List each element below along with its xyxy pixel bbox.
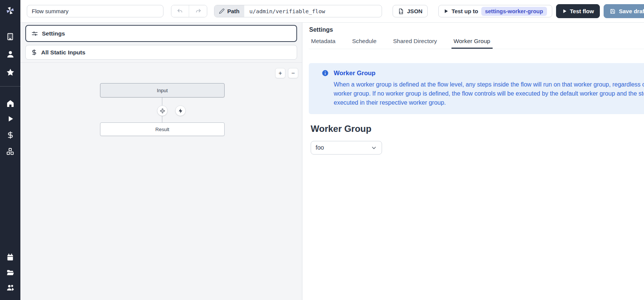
settings-panel-title: Settings: [309, 26, 644, 33]
test-flow-label: Test flow: [570, 8, 594, 14]
calendar-icon[interactable]: [6, 253, 15, 262]
worker-group-info-banner: Worker Group When a worker group is defi…: [309, 63, 644, 114]
worker-group-select-value: foo: [316, 144, 324, 151]
add-trigger-button[interactable]: [175, 105, 186, 116]
info-banner-body: When a worker group is defined at the fl…: [334, 80, 644, 107]
test-flow-button[interactable]: Test flow: [556, 4, 600, 18]
file-json-icon: [398, 8, 404, 14]
json-label: JSON: [407, 8, 422, 14]
dollar-icon: [31, 49, 37, 56]
settings-tabs: Metadata Schedule Shared Directory Worke…: [309, 38, 644, 49]
result-node[interactable]: Result: [100, 122, 225, 136]
sidebar: [0, 0, 20, 300]
main-column: Path u/admin/verifiable_flow JSON Test u…: [20, 0, 644, 300]
save-icon: [610, 8, 616, 14]
flow-editor-panel: Settings All Static Inputs + −: [20, 23, 302, 300]
save-draft-label: Save draft: [619, 8, 644, 14]
topbar-actions: JSON Test up to settings-worker-group Te…: [393, 4, 644, 18]
input-node[interactable]: Input: [100, 83, 225, 97]
plus-icon: [160, 108, 165, 114]
test-up-to-label: Test up to: [451, 8, 478, 14]
undo-redo-group: [171, 5, 207, 17]
flow-top-section: Settings All Static Inputs: [20, 23, 302, 63]
flow-graph-canvas[interactable]: + − Input Result: [20, 63, 302, 300]
topbar: Path u/admin/verifiable_flow JSON Test u…: [20, 0, 644, 23]
pencil-icon: [219, 8, 225, 14]
windmill-logo-icon[interactable]: [6, 6, 15, 15]
play-icon[interactable]: [6, 114, 15, 123]
star-icon[interactable]: [6, 68, 15, 77]
info-icon: [322, 70, 329, 77]
play-icon: [562, 9, 567, 14]
bolt-icon: [178, 108, 183, 114]
sidebar-divider: [0, 86, 20, 87]
path-label: Path: [227, 8, 240, 14]
worker-group-section-title: Worker Group: [311, 124, 644, 134]
edit-path-button[interactable]: Path: [214, 5, 244, 17]
redo-button[interactable]: [189, 5, 207, 17]
all-static-inputs-card[interactable]: All Static Inputs: [25, 45, 297, 60]
users-gear-icon[interactable]: [6, 283, 15, 292]
flow-settings-label: Settings: [42, 30, 65, 37]
app-window: Path u/admin/verifiable_flow JSON Test u…: [0, 0, 644, 300]
boxes-icon[interactable]: [6, 147, 15, 156]
building-icon[interactable]: [6, 32, 15, 41]
folder-open-icon[interactable]: [6, 268, 15, 277]
zoom-out-button[interactable]: −: [288, 68, 298, 78]
content-row: Settings All Static Inputs + −: [20, 23, 644, 300]
tab-metadata[interactable]: Metadata: [309, 38, 338, 49]
home-icon[interactable]: [6, 99, 15, 108]
tab-worker-group[interactable]: Worker Group: [451, 38, 493, 49]
tab-schedule[interactable]: Schedule: [350, 38, 379, 49]
settings-panel: Settings Metadata Schedule Shared Direct…: [302, 23, 644, 300]
info-banner-title: Worker Group: [334, 70, 376, 77]
user-icon[interactable]: [6, 49, 15, 59]
play-icon: [444, 9, 448, 14]
undo-icon: [177, 8, 183, 14]
sliders-icon: [31, 30, 38, 37]
zoom-controls: + −: [275, 68, 298, 78]
dollar-icon[interactable]: [6, 130, 15, 139]
json-button[interactable]: JSON: [393, 5, 428, 17]
save-draft-button[interactable]: Save draft: [604, 4, 644, 18]
test-up-to-button[interactable]: Test up to settings-worker-group: [438, 5, 552, 17]
flow-settings-card[interactable]: Settings: [25, 25, 297, 42]
all-static-inputs-label: All Static Inputs: [41, 49, 85, 56]
tab-shared-directory[interactable]: Shared Directory: [391, 38, 439, 49]
add-step-button[interactable]: [157, 105, 168, 116]
redo-icon: [195, 8, 201, 14]
worker-group-badge: settings-worker-group: [481, 7, 547, 16]
undo-button[interactable]: [171, 5, 189, 17]
flow-summary-input[interactable]: [27, 5, 163, 17]
chevron-down-icon: [371, 145, 377, 151]
path-field: Path u/admin/verifiable_flow: [214, 5, 382, 17]
worker-group-select[interactable]: foo: [311, 141, 382, 155]
path-value[interactable]: u/admin/verifiable_flow: [244, 5, 331, 17]
zoom-in-button[interactable]: +: [275, 68, 285, 78]
